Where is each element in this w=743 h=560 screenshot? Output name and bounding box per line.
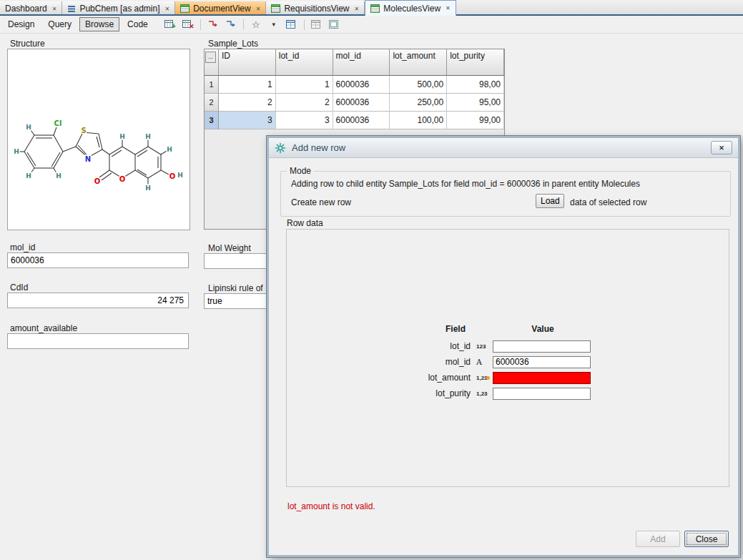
column-header-lot-id[interactable]: lot_id	[276, 49, 333, 76]
table-cell[interactable]: 95,00	[447, 94, 504, 112]
svg-text:H: H	[145, 185, 151, 192]
row-data-form: Field Value lot_id 123 mol_id A lot_amou…	[381, 323, 593, 401]
toolbar-separator	[200, 19, 201, 30]
corner-cell: ...	[205, 49, 219, 76]
dialog-icon	[275, 142, 286, 154]
follow-link-red-icon[interactable]	[205, 17, 221, 31]
close-button[interactable]: Close	[684, 531, 729, 547]
row-data-panel: Field Value lot_id 123 mol_id A lot_amou…	[286, 229, 729, 487]
lot-id-field-label: lot_id	[381, 341, 474, 351]
favorites-dropdown-icon[interactable]: ▾	[266, 17, 282, 31]
table-cell[interactable]: 6000036	[333, 112, 390, 129]
svg-text:✕: ✕	[189, 23, 194, 29]
lipinski-input[interactable]	[204, 293, 275, 309]
value-column-header: Value	[493, 324, 593, 337]
mode-description: Adding row to child entity Sample_Lots f…	[291, 179, 640, 189]
grid-blue-icon[interactable]	[284, 17, 300, 31]
svg-text:H: H	[14, 148, 19, 155]
window-layout-icon[interactable]	[327, 17, 343, 31]
load-button[interactable]: Load	[536, 194, 564, 208]
svg-text:Cl: Cl	[54, 119, 62, 127]
tab-documentview[interactable]: DocumentView ✕	[175, 1, 266, 16]
row-data-group-label: Row data	[287, 218, 323, 228]
mode-group: Mode Adding row to child entity Sample_L…	[280, 171, 731, 217]
tab-pubchem[interactable]: PubChem [as admin] ✕	[62, 1, 175, 16]
row-header[interactable]: 1	[205, 76, 219, 94]
table-cell[interactable]: 2	[276, 94, 333, 112]
tab-moleculesview[interactable]: MoleculesView ✕	[365, 0, 456, 16]
add-button[interactable]: Add	[636, 531, 680, 547]
amount-available-input[interactable]	[7, 333, 189, 349]
table-cell[interactable]: 6000036	[333, 94, 390, 112]
tab-label: PubChem [as admin]	[79, 4, 159, 14]
table-cell[interactable]: 1	[219, 76, 276, 94]
tab-requisitionsview[interactable]: RequisitionsView ✕	[266, 1, 365, 16]
dialog-titlebar[interactable]: Add new row ✕	[269, 138, 738, 158]
close-icon[interactable]: ✕	[52, 6, 57, 12]
table-corner-button[interactable]: ...	[205, 51, 216, 63]
table-cell[interactable]: 3	[276, 112, 333, 129]
molecule-structure: ClHHHHSNHHHHOOOH	[8, 49, 190, 230]
svg-text:O: O	[119, 175, 126, 183]
cdid-label: CdId	[10, 283, 28, 293]
row-header[interactable]: 3	[205, 112, 219, 129]
column-header-id[interactable]: ID	[219, 49, 276, 76]
close-icon[interactable]: ✕	[355, 6, 360, 12]
grid-gray-icon[interactable]	[309, 17, 325, 31]
menu-code[interactable]: Code	[122, 17, 154, 31]
table-row: 1 1 1 6000036 500,00 98,00	[205, 76, 504, 94]
svg-text:O: O	[169, 172, 176, 180]
table-cell[interactable]: 250,00	[390, 94, 447, 112]
menu-query[interactable]: Query	[42, 17, 77, 31]
lot-purity-value-input[interactable]	[493, 388, 591, 400]
close-icon[interactable]: ✕	[164, 6, 169, 12]
tab-dashboard[interactable]: Dashboard ✕	[0, 1, 62, 16]
follow-link-blue-icon[interactable]	[223, 17, 239, 31]
dialog-close-button[interactable]: ✕	[711, 141, 732, 154]
lot-purity-field-label: lot_purity	[381, 388, 474, 398]
table-row-selected: 3 3 3 6000036 100,00 99,00	[205, 112, 504, 129]
table-cell[interactable]: 98,00	[447, 76, 504, 94]
text-type-icon: A	[474, 358, 493, 367]
table-cell[interactable]: 2	[219, 94, 276, 112]
tab-label: RequisitionsView	[284, 4, 349, 14]
grid-view-icon	[370, 4, 380, 13]
column-header-mol-id[interactable]: mol_id	[333, 49, 390, 76]
mol-id-input[interactable]	[7, 252, 189, 268]
favorites-icon[interactable]: ☆	[248, 17, 264, 31]
close-icon[interactable]: ✕	[256, 6, 261, 12]
menu-browse[interactable]: Browse	[79, 17, 119, 31]
menu-design[interactable]: Design	[2, 17, 40, 31]
lot-amount-value-input[interactable]	[493, 372, 591, 384]
decimal-type-icon: 1,23	[474, 375, 493, 381]
close-icon[interactable]: ✕	[446, 5, 451, 11]
mol-weight-input[interactable]	[204, 253, 275, 269]
svg-text:O: O	[94, 177, 101, 185]
add-detail-table-icon[interactable]: +	[162, 17, 178, 31]
column-header-lot-purity[interactable]: lot_purity	[447, 49, 504, 76]
validation-message: lot_amount is not valid.	[287, 501, 375, 511]
lot-id-value-input[interactable]	[493, 340, 591, 353]
table-cell[interactable]: 3	[219, 112, 276, 129]
amount-available-label: amount_available	[10, 323, 77, 333]
table-cell[interactable]: 99,00	[447, 112, 504, 129]
structure-canvas[interactable]: ClHHHHSNHHHHOOOH	[7, 49, 190, 230]
list-icon	[67, 4, 76, 13]
table-header: ... ID lot_id mol_id lot_amount lot_puri…	[205, 49, 504, 76]
svg-text:H: H	[56, 172, 61, 180]
cdid-input[interactable]	[7, 293, 189, 308]
svg-text:H: H	[177, 172, 183, 179]
row-header[interactable]: 2	[205, 94, 219, 112]
lipinski-label: Lipinski rule of	[208, 283, 263, 293]
table-cell[interactable]: 1	[276, 76, 333, 94]
table-cell[interactable]: 500,00	[390, 76, 447, 94]
delete-detail-table-icon[interactable]: ✕	[180, 17, 196, 31]
mol-id-value-input[interactable]	[493, 356, 591, 368]
toolbar: Design Query Browse Code + ✕ ☆ ▾	[0, 16, 743, 34]
create-new-row-label: Create new row	[291, 197, 351, 207]
mode-group-label: Mode	[287, 166, 314, 176]
table-cell[interactable]: 100,00	[390, 112, 447, 129]
table-cell[interactable]: 6000036	[333, 76, 390, 94]
column-header-lot-amount[interactable]: lot_amount	[390, 49, 447, 76]
tab-label: DocumentView	[193, 4, 250, 14]
